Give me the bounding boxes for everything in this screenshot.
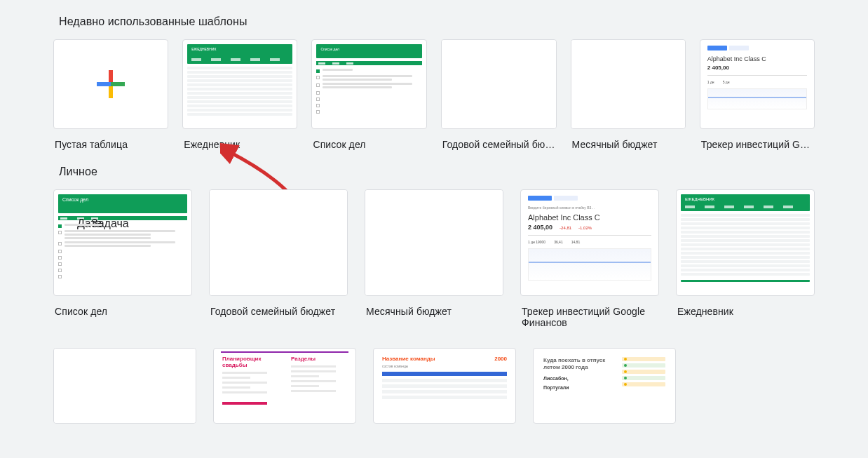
template-card-blank[interactable]: Пустая таблица <box>53 39 168 150</box>
template-thumb <box>441 39 557 129</box>
template-card-annual-budget[interactable]: Годовой семейный бю… <box>441 39 557 150</box>
template-card-planner[interactable]: ЕЖЕДНЕВНИК Ежедневник <box>182 39 297 150</box>
template-label: Месячный бюджет <box>571 129 686 150</box>
stock-price: 2 405,00 <box>528 224 552 231</box>
template-thumb <box>571 39 686 129</box>
row-recent-templates: Пустая таблица ЕЖЕДНЕВНИК Ежедневник Спи… <box>53 39 815 150</box>
template-label: Годовой семейный бюджет <box>209 296 348 317</box>
stock-name: Alphabet Inc Class C <box>707 55 807 62</box>
template-thumb: Введите биржевой символ в ячейку B3… Alp… <box>520 189 659 296</box>
template-card-stock-tracker[interactable]: Alphabet Inc Class C 2 405,00 1 дн5 дн Т… <box>700 39 815 150</box>
stock-price: 2 405,00 <box>707 65 729 71</box>
stock-chart <box>528 248 651 281</box>
template-card-planner[interactable]: ЕЖЕДНЕВНИК Ежедневник <box>676 189 815 328</box>
stock-chart <box>707 88 807 109</box>
template-thumb <box>53 39 168 129</box>
plus-icon <box>95 69 126 100</box>
travel-dest-1: Лиссабон, <box>543 376 612 381</box>
template-card-stock-tracker[interactable]: Введите биржевой символ в ячейку B3… Alp… <box>520 189 659 328</box>
wedding-title: Планировщик свадьбы <box>222 356 278 368</box>
template-thumb: ЕЖЕДНЕВНИК <box>182 39 297 129</box>
template-label: Пустая таблица <box>53 129 168 150</box>
template-gallery: Недавно использованные шаблоны Пустая та… <box>0 0 868 424</box>
team-title: Название команды <box>382 356 435 362</box>
template-label: Месячный бюджет <box>365 296 503 317</box>
template-label: Годовой семейный бю… <box>441 129 557 150</box>
template-thumb: ЕЖЕДНЕВНИК <box>676 189 815 296</box>
stock-change: -24,81 <box>560 226 571 230</box>
section-title-personal: Личное <box>53 150 815 189</box>
team-sub: состав команды <box>382 364 507 368</box>
wedding-sections: Разделы <box>291 356 347 362</box>
svg-rect-1 <box>109 70 113 83</box>
template-card-monthly-budget[interactable]: Месячный бюджет <box>571 39 686 150</box>
template-thumb <box>365 189 503 296</box>
travel-dest-2: Португали <box>543 385 612 390</box>
section-title-recent: Недавно использованные шаблоны <box>53 0 815 39</box>
team-year: 2000 <box>494 356 507 362</box>
stock-pct: -1,02% <box>578 226 592 230</box>
travel-title-1: Куда поехать в отпуск <box>543 357 605 363</box>
template-card-monthly-budget[interactable]: Месячный бюджет <box>365 189 503 328</box>
template-label: Ежедневник <box>182 129 297 150</box>
template-label: Ежедневник <box>676 296 815 317</box>
template-card-wedding[interactable]: Планировщик свадьбы Разделы <box>213 348 356 424</box>
template-thumb <box>53 348 196 424</box>
template-thumb <box>209 189 348 296</box>
template-card-todo[interactable]: Список дел ДатаЗадача Список дел <box>53 189 192 328</box>
template-card-team[interactable]: Название команды2000 состав команды <box>373 348 516 424</box>
template-card[interactable] <box>53 348 196 424</box>
row-personal-templates-2: Планировщик свадьбы Разделы Название ком… <box>53 348 815 424</box>
template-card-annual-budget[interactable]: Годовой семейный бюджет <box>209 189 348 328</box>
template-label: Список дел <box>53 296 192 317</box>
template-thumb: Куда поехать в отпусклетом 2000 года Лис… <box>533 348 676 424</box>
template-label: Трекер инвестиций Google Финансов <box>520 296 659 328</box>
travel-title-2: летом 2000 года <box>543 364 588 370</box>
stock-name: Alphabet Inc Class C <box>528 213 651 222</box>
template-thumb: Список дел <box>311 39 426 129</box>
template-thumb: Список дел ДатаЗадача <box>53 189 192 296</box>
template-thumb: Alphabet Inc Class C 2 405,00 1 дн5 дн <box>700 39 815 129</box>
template-thumb: Планировщик свадьбы Разделы <box>213 348 356 424</box>
row-personal-templates: Список дел ДатаЗадача Список дел Годовой… <box>53 189 815 328</box>
template-card-todo[interactable]: Список дел Список дел <box>311 39 426 150</box>
template-label: Трекер инвестиций G… <box>700 129 815 150</box>
template-card-travel[interactable]: Куда поехать в отпусклетом 2000 года Лис… <box>533 348 676 424</box>
template-thumb: Название команды2000 состав команды <box>373 348 516 424</box>
template-label: Список дел <box>311 129 426 150</box>
